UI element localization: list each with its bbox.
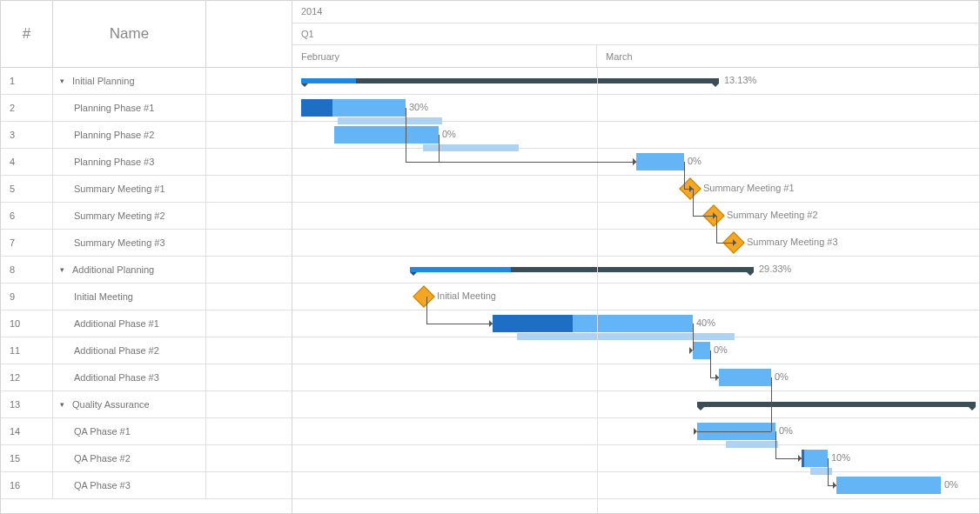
gantt-chart: # Name 1▾Initial Planning2Planning Phase… bbox=[0, 0, 980, 514]
row-number: 14 bbox=[1, 418, 53, 444]
task-bar[interactable] bbox=[334, 126, 439, 144]
row-number: 11 bbox=[1, 337, 53, 364]
row-name: QA Phase #1 bbox=[53, 418, 206, 444]
dependency-line bbox=[426, 297, 427, 324]
row-number: 3 bbox=[1, 122, 53, 148]
timeline-year: 2014 bbox=[292, 1, 979, 23]
col-header-name[interactable]: Name bbox=[53, 1, 206, 67]
row-number: 9 bbox=[1, 284, 53, 310]
dependency-line bbox=[828, 458, 829, 485]
dependency-line bbox=[406, 108, 406, 162]
dependency-arrow-icon bbox=[798, 455, 805, 462]
row-name: Additional Phase #1 bbox=[53, 310, 206, 337]
dependency-arrow-icon bbox=[689, 347, 696, 354]
row-number: 8 bbox=[1, 257, 53, 283]
summary-bar[interactable] bbox=[697, 402, 976, 407]
row-number: 1 bbox=[1, 68, 53, 94]
task-bar[interactable] bbox=[493, 315, 693, 332]
table-row[interactable]: 4Planning Phase #3 bbox=[1, 149, 292, 176]
row-number: 5 bbox=[1, 176, 53, 202]
progress-label: 29.33% bbox=[759, 264, 791, 274]
row-number: 6 bbox=[1, 203, 53, 229]
dependency-line bbox=[684, 162, 685, 189]
task-bar[interactable] bbox=[636, 153, 684, 170]
progress-label: 0% bbox=[944, 479, 958, 490]
timeline-row: 29.33% bbox=[292, 257, 979, 284]
progress-label: 0% bbox=[714, 344, 728, 355]
timeline-row: 40% bbox=[292, 310, 979, 337]
summary-bar[interactable] bbox=[301, 78, 719, 83]
summary-bar[interactable] bbox=[410, 267, 754, 272]
row-number: 12 bbox=[1, 364, 53, 391]
table-row[interactable]: 13▾Quality Assurance bbox=[1, 391, 292, 418]
row-name: Planning Phase #1 bbox=[53, 95, 206, 121]
progress-label: 0% bbox=[779, 425, 793, 436]
timeline-body[interactable]: 13.13%30%0%0%Summary Meeting #1Summary M… bbox=[292, 68, 979, 513]
dependency-arrow-icon bbox=[733, 239, 740, 246]
progress-label: 0% bbox=[775, 371, 789, 382]
dependency-line bbox=[693, 189, 694, 216]
col-header-blank bbox=[206, 1, 292, 67]
table-row[interactable]: 3Planning Phase #2 bbox=[1, 122, 292, 149]
dependency-line bbox=[439, 162, 636, 163]
timeline-row: Summary Meeting #1 bbox=[292, 176, 979, 203]
milestone-label: Summary Meeting #2 bbox=[727, 210, 818, 220]
row-name: Summary Meeting #3 bbox=[53, 230, 206, 256]
table-row[interactable]: 12Additional Phase #3 bbox=[1, 364, 292, 391]
dependency-arrow-icon bbox=[633, 158, 640, 165]
table-row[interactable]: 1▾Initial Planning bbox=[1, 68, 292, 95]
row-name: Summary Meeting #2 bbox=[53, 203, 206, 229]
task-bar[interactable] bbox=[802, 450, 828, 467]
table-row[interactable]: 11Additional Phase #2 bbox=[1, 337, 292, 364]
collapse-icon[interactable]: ▾ bbox=[60, 77, 69, 85]
timeline-row: 0% bbox=[292, 337, 979, 364]
table-row[interactable]: 7Summary Meeting #3 bbox=[1, 230, 292, 257]
month-divider bbox=[597, 68, 598, 513]
table-row[interactable]: 10Additional Phase #1 bbox=[1, 310, 292, 337]
task-bar[interactable] bbox=[719, 369, 771, 386]
timeline-row: Initial Meeting bbox=[292, 284, 979, 310]
collapse-icon[interactable]: ▾ bbox=[60, 265, 69, 274]
table-row[interactable]: 8▾Additional Planning bbox=[1, 257, 292, 284]
progress-label: 13.13% bbox=[724, 75, 756, 85]
collapse-icon[interactable]: ▾ bbox=[60, 400, 69, 409]
table-row[interactable]: 16QA Phase #3 bbox=[1, 472, 292, 499]
timeline-row: 30% bbox=[292, 95, 979, 122]
row-number: 10 bbox=[1, 310, 53, 337]
dependency-line bbox=[716, 216, 717, 243]
row-name: Additional Phase #3 bbox=[53, 364, 206, 391]
timeline-row bbox=[292, 391, 979, 418]
dependency-line bbox=[697, 431, 771, 432]
table-row[interactable]: 9Initial Meeting bbox=[1, 284, 292, 310]
task-table-body: 1▾Initial Planning2Planning Phase #13Pla… bbox=[1, 68, 292, 513]
timeline-row: 10% bbox=[292, 445, 979, 472]
task-table: # Name 1▾Initial Planning2Planning Phase… bbox=[1, 1, 292, 513]
timeline-month-feb: February bbox=[292, 45, 597, 67]
timeline-month-mar: March bbox=[597, 45, 979, 67]
timeline-row: Summary Meeting #3 bbox=[292, 230, 979, 257]
timeline-row: 0% bbox=[292, 418, 979, 445]
task-table-header: # Name bbox=[1, 1, 292, 68]
progress-label: 0% bbox=[688, 156, 701, 166]
col-header-number[interactable]: # bbox=[1, 1, 53, 67]
row-number: 2 bbox=[1, 95, 53, 121]
row-name: Summary Meeting #1 bbox=[53, 176, 206, 202]
milestone-label: Initial Meeting bbox=[437, 290, 496, 301]
dependency-arrow-icon bbox=[694, 428, 701, 435]
task-bar[interactable] bbox=[301, 99, 406, 117]
table-row[interactable]: 15QA Phase #2 bbox=[1, 445, 292, 472]
table-row[interactable]: 6Summary Meeting #2 bbox=[1, 203, 292, 230]
milestone-diamond[interactable] bbox=[413, 285, 434, 307]
dependency-line bbox=[771, 377, 772, 431]
table-row[interactable]: 5Summary Meeting #1 bbox=[1, 176, 292, 203]
table-row[interactable]: 14QA Phase #1 bbox=[1, 418, 292, 445]
table-row[interactable]: 2Planning Phase #1 bbox=[1, 95, 292, 122]
task-bar[interactable] bbox=[836, 477, 941, 494]
row-name: QA Phase #2 bbox=[53, 445, 206, 471]
timeline-panel: 2014 Q1 February March 13.13%30%0%0%Summ… bbox=[292, 1, 979, 513]
timeline-row: 0% bbox=[292, 472, 979, 499]
progress-label: 30% bbox=[409, 102, 428, 112]
timeline-row: 13.13% bbox=[292, 68, 979, 95]
progress-label: 10% bbox=[831, 452, 850, 463]
dependency-line bbox=[710, 350, 711, 377]
